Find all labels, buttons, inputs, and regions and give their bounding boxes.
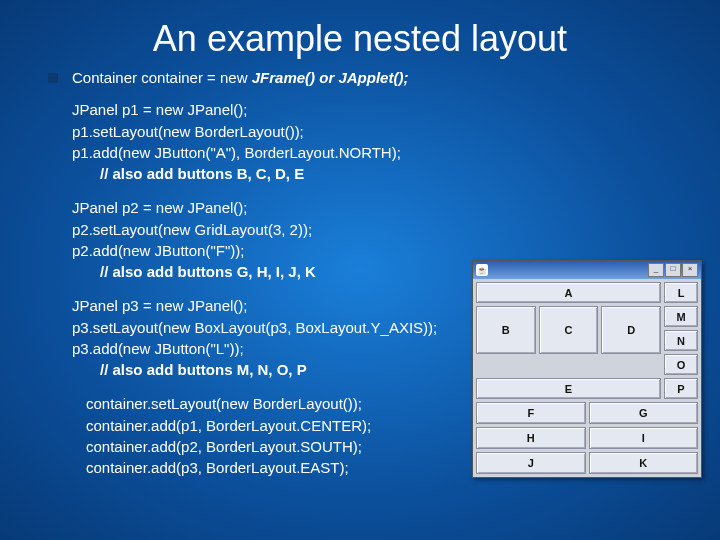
- code-line: JPanel p2 = new JPanel();: [72, 198, 688, 218]
- text: JApplet();: [338, 69, 408, 86]
- button-O[interactable]: O: [664, 354, 698, 375]
- code-line: p2.setLayout(new GridLayout(3, 2));: [72, 220, 688, 240]
- text: Container container = new: [72, 69, 252, 86]
- code-line-container: Container container = new JFrame() or JA…: [72, 68, 408, 88]
- button-K[interactable]: K: [589, 452, 699, 474]
- layout-row: A B C D E L M N O P: [476, 282, 698, 399]
- minimize-button[interactable]: _: [648, 263, 664, 277]
- button-M[interactable]: M: [664, 306, 698, 327]
- close-button[interactable]: ×: [682, 263, 698, 277]
- titlebar: ☕ _ □ ×: [473, 261, 701, 279]
- button-N[interactable]: N: [664, 330, 698, 351]
- button-G[interactable]: G: [589, 402, 699, 424]
- bullet-line: Container container = new JFrame() or JA…: [48, 68, 688, 88]
- button-L[interactable]: L: [664, 282, 698, 303]
- button-F[interactable]: F: [476, 402, 586, 424]
- button-P[interactable]: P: [664, 378, 698, 399]
- code-block-p1: JPanel p1 = new JPanel(); p1.setLayout(n…: [72, 100, 688, 184]
- button-I[interactable]: I: [589, 427, 699, 449]
- text: or: [315, 69, 338, 86]
- code-line: p1.add(new JButton("A"), BorderLayout.NO…: [72, 143, 688, 163]
- code-line: JPanel p1 = new JPanel();: [72, 100, 688, 120]
- text: JFrame(): [252, 69, 315, 86]
- example-window: ☕ _ □ × A B C D E: [472, 260, 702, 478]
- button-H[interactable]: H: [476, 427, 586, 449]
- code-line: p2.add(new JButton("F"));: [72, 241, 688, 261]
- window-controls: _ □ ×: [648, 263, 698, 277]
- button-E[interactable]: E: [476, 378, 661, 399]
- panel-p1: A B C D E: [476, 282, 661, 399]
- titlebar-left: ☕: [476, 264, 488, 276]
- bullet-icon: [48, 73, 58, 83]
- window-body: A B C D E L M N O P F: [473, 279, 701, 477]
- button-A[interactable]: A: [476, 282, 661, 303]
- panel-p2: F G H I J K: [476, 402, 698, 474]
- button-C[interactable]: C: [539, 306, 599, 354]
- button-B[interactable]: B: [476, 306, 536, 354]
- button-D[interactable]: D: [601, 306, 661, 354]
- maximize-button[interactable]: □: [665, 263, 681, 277]
- button-J[interactable]: J: [476, 452, 586, 474]
- code-line: p1.setLayout(new BorderLayout());: [72, 122, 688, 142]
- panel-p3: L M N O P: [664, 282, 698, 399]
- p1-center-row: B C D: [476, 306, 661, 375]
- code-comment: // also add buttons B, C, D, E: [72, 164, 688, 184]
- java-icon: ☕: [476, 264, 488, 276]
- slide-title: An example nested layout: [0, 0, 720, 68]
- slide: An example nested layout Container conta…: [0, 0, 720, 540]
